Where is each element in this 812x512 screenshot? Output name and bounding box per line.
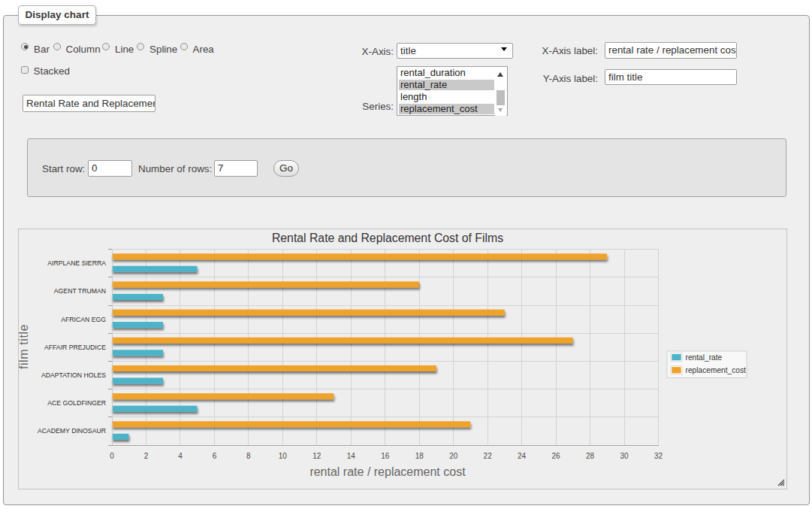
svg-text:AFFAIR PREJUDICE: AFFAIR PREJUDICE [44,344,106,351]
svg-text:Rental Rate and Replacement Co: Rental Rate and Replacement Cost of Film… [272,232,503,244]
svg-text:28: 28 [586,452,595,460]
svg-text:2: 2 [144,452,149,460]
svg-text:12: 12 [312,452,321,460]
svg-text:18: 18 [415,452,424,460]
svg-text:6: 6 [213,452,217,460]
svg-text:ACE GOLDFINGER: ACE GOLDFINGER [47,399,106,407]
svg-text:32: 32 [654,452,663,460]
svg-text:14: 14 [347,452,356,460]
svg-text:film title: film title [19,324,30,369]
svg-text:22: 22 [484,452,493,460]
svg-text:4: 4 [178,452,183,460]
svg-text:20: 20 [449,452,458,460]
svg-text:AIRPLANE SIERRA: AIRPLANE SIERRA [47,259,106,267]
svg-text:AFRICAN EGG: AFRICAN EGG [61,316,106,323]
svg-text:16: 16 [381,452,390,460]
svg-text:10: 10 [279,452,288,460]
svg-text:ACADEMY DINOSAUR: ACADEMY DINOSAUR [38,427,106,435]
svg-text:rental rate / replacement cost: rental rate / replacement cost [309,465,466,478]
svg-text:rental_rate: rental_rate [686,353,723,362]
svg-text:8: 8 [246,452,251,460]
svg-text:AGENT TRUMAN: AGENT TRUMAN [54,287,106,295]
svg-text:30: 30 [620,452,629,460]
svg-text:26: 26 [552,452,561,460]
svg-text:ADAPTATION HOLES: ADAPTATION HOLES [41,371,106,379]
svg-text:24: 24 [518,452,527,460]
svg-text:0: 0 [110,452,114,460]
svg-text:replacement_cost: replacement_cost [686,366,747,374]
